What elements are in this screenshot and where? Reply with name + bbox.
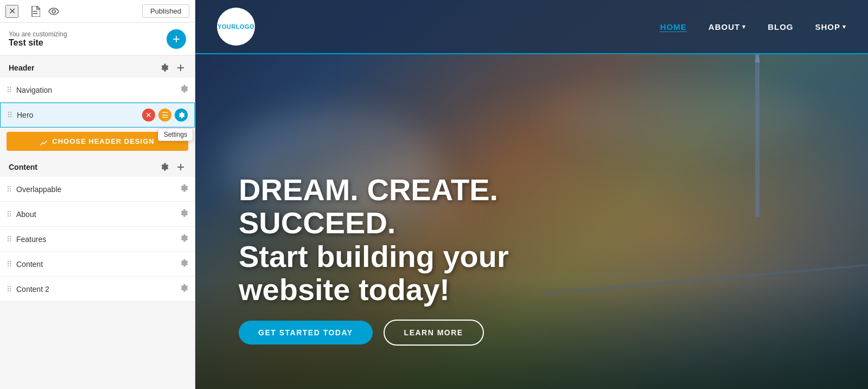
- site-navigation: HOME ABOUT ▾ BLOG SHOP ▾: [660, 22, 846, 31]
- about-settings-button[interactable]: [180, 209, 188, 220]
- content-section-actions: [159, 162, 186, 173]
- tower-silhouette: [755, 54, 760, 217]
- hero-buttons: GET STARTED TODAY LEARN MORE: [239, 320, 618, 346]
- nav-home[interactable]: HOME: [660, 22, 687, 31]
- sidebar: ✕ Published You are customizing: [0, 0, 195, 389]
- content-section-title: Content: [9, 163, 37, 171]
- file-icon[interactable]: [27, 3, 43, 20]
- preview-area: YOURLOGO HOME ABOUT ▾ BLOG SHOP ▾: [195, 0, 868, 389]
- cloud-3: [542, 81, 814, 146]
- nav-blog[interactable]: BLOG: [768, 22, 793, 31]
- content2-label: Content 2: [16, 285, 180, 294]
- content-label: Content: [16, 260, 180, 269]
- hero-delete-button[interactable]: ✕: [142, 109, 155, 122]
- nav-shop[interactable]: SHOP ▾: [815, 22, 846, 31]
- features-settings-button[interactable]: [180, 234, 188, 245]
- content2-settings-button[interactable]: [180, 284, 188, 295]
- about-label: About: [16, 210, 180, 219]
- logo: YOURLOGO: [217, 8, 255, 46]
- hero-actions: ✕ ☰ Settings: [142, 109, 188, 122]
- settings-tooltip: Settings: [158, 128, 193, 141]
- content-add-button[interactable]: [175, 162, 186, 173]
- hero-headline-line1: DREAM. CREATE. SUCCEED.: [239, 173, 618, 240]
- drag-handle-content2: ⠿: [7, 285, 12, 294]
- nav-about[interactable]: ABOUT ▾: [709, 22, 746, 31]
- site-header: YOURLOGO HOME ABOUT ▾ BLOG SHOP ▾: [195, 0, 868, 54]
- drag-handle-content: ⠿: [7, 260, 12, 269]
- hero-headline: DREAM. CREATE. SUCCEED. Start building y…: [239, 173, 618, 307]
- drag-handle-navigation: ⠿: [7, 86, 12, 94]
- sidebar-item-about[interactable]: ⠿ About: [0, 202, 195, 227]
- header-section-header: Header: [0, 56, 195, 78]
- drag-handle-features: ⠿: [7, 235, 12, 244]
- content-section-header: Content: [0, 155, 195, 177]
- features-label: Features: [16, 235, 180, 244]
- get-started-button[interactable]: GET STARTED TODAY: [239, 321, 373, 345]
- overlappable-settings-button[interactable]: [180, 184, 188, 195]
- hero-section: DREAM. CREATE. SUCCEED. Start building y…: [195, 0, 868, 389]
- hero-headline-line2: Start building your website today!: [239, 240, 618, 307]
- shop-chevron: ▾: [843, 23, 846, 30]
- navigation-settings-button[interactable]: [180, 85, 188, 95]
- sidebar-item-features[interactable]: ⠿ Features: [0, 227, 195, 252]
- drag-handle-hero: ⠿: [7, 111, 12, 119]
- svg-point-2: [52, 10, 55, 13]
- learn-more-button[interactable]: LEARN MORE: [384, 320, 484, 346]
- drag-handle-about: ⠿: [7, 210, 12, 219]
- header-settings-button[interactable]: [159, 62, 170, 73]
- hero-settings-button[interactable]: Settings: [175, 109, 188, 122]
- sidebar-item-content2[interactable]: ⠿ Content 2: [0, 277, 195, 302]
- add-section-button[interactable]: +: [167, 29, 186, 49]
- content-settings-button[interactable]: [159, 162, 170, 173]
- close-button[interactable]: ✕: [5, 5, 18, 18]
- top-bar-icons: [27, 3, 62, 20]
- hero-label: Hero: [17, 111, 142, 119]
- customizing-label: You are customizing: [9, 30, 67, 38]
- sidebar-item-content[interactable]: ⠿ Content: [0, 252, 195, 277]
- choose-header-label: CHOOSE HEADER DESIGN: [52, 137, 154, 145]
- content-settings-icon-button[interactable]: [180, 259, 188, 270]
- sidebar-item-overlappable[interactable]: ⠿ Overlappable: [0, 177, 195, 202]
- hero-menu-button[interactable]: ☰: [158, 109, 171, 122]
- header-add-button[interactable]: [175, 62, 186, 73]
- sidebar-item-navigation[interactable]: ⠿ Navigation: [0, 78, 195, 103]
- sidebar-item-hero[interactable]: ⠿ Hero ✕ ☰ Settings: [0, 103, 195, 127]
- about-chevron: ▾: [742, 23, 746, 30]
- header-section-title: Header: [9, 63, 34, 72]
- header-section-actions: [159, 62, 186, 73]
- customizing-bar: You are customizing Test site +: [0, 23, 195, 56]
- navigation-label: Navigation: [16, 86, 180, 94]
- customizing-text: You are customizing Test site: [9, 30, 67, 48]
- site-name: Test site: [9, 38, 67, 48]
- published-button[interactable]: Published: [142, 4, 189, 18]
- top-bar: ✕ Published: [0, 0, 195, 23]
- preview-icon[interactable]: [46, 3, 62, 20]
- drag-handle-overlappable: ⠿: [7, 185, 12, 194]
- overlappable-label: Overlappable: [16, 185, 180, 194]
- hero-content: DREAM. CREATE. SUCCEED. Start building y…: [239, 173, 618, 346]
